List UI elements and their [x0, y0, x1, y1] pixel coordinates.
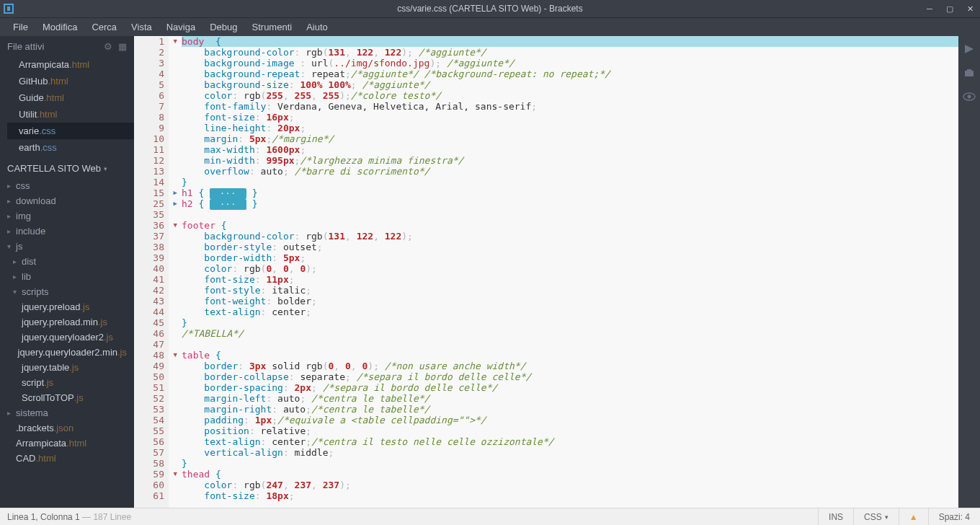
sidebar: File attivi ⚙ ▦ Arrampicata.htmlGitHub.h…: [0, 36, 134, 508]
menu-aiuto[interactable]: Aiuto: [299, 19, 335, 35]
working-file[interactable]: Arrampicata.html: [7, 56, 134, 73]
tree-folder[interactable]: ▾js: [0, 239, 134, 254]
app-icon: [0, 0, 17, 17]
tree-folder[interactable]: ▸css: [0, 178, 134, 193]
tree-folder[interactable]: ▸sistema: [0, 405, 134, 420]
cursor-position[interactable]: Linea 1, Colonna 1: [7, 512, 80, 522]
project-header[interactable]: CARTELLA SITO Web ▾: [0, 156, 134, 178]
window-title: css/varie.css (CARTELLA SITO Web) - Brac…: [397, 4, 582, 14]
working-file[interactable]: Utilit.html: [7, 106, 134, 123]
menu-naviga[interactable]: Naviga: [159, 19, 202, 35]
tree-file[interactable]: jquery.table.js: [0, 360, 134, 375]
statusbar: Linea 1, Colonna 1 — 187 Linee INS CSS ▾…: [0, 508, 980, 525]
tree-file[interactable]: Arrampicata.html: [0, 436, 134, 451]
working-files-list: Arrampicata.htmlGitHub.htmlGuide.htmlUti…: [0, 56, 134, 156]
tree-file[interactable]: .brackets.json: [0, 420, 134, 436]
insert-mode[interactable]: INS: [818, 508, 853, 526]
line-count: — 187 Linee: [82, 512, 131, 522]
tree-file[interactable]: CAD.html: [0, 451, 134, 466]
chevron-down-icon: ▾: [104, 165, 107, 172]
editor[interactable]: 1▼23456789101112131415▶25▶3536▼373839404…: [134, 36, 958, 508]
titlebar: css/varie.css (CARTELLA SITO Web) - Brac…: [0, 0, 980, 17]
tree-folder[interactable]: ▸include: [0, 224, 134, 239]
tree-file[interactable]: jquery.queryloader2.min.js: [0, 345, 134, 360]
gutter: 1▼23456789101112131415▶25▶3536▼373839404…: [134, 36, 169, 508]
menu-strumenti[interactable]: Strumenti: [245, 19, 300, 35]
code-area[interactable]: body { background-color: rgb(131, 122, 1…: [169, 36, 958, 508]
tree-folder[interactable]: ▸dist: [0, 254, 134, 269]
right-rail: [958, 36, 980, 508]
gear-icon[interactable]: ⚙: [104, 41, 112, 52]
tree-folder[interactable]: ▸lib: [0, 269, 134, 284]
menubar: FileModificaCercaVistaNavigaDebugStrumen…: [0, 17, 980, 36]
maximize-button[interactable]: ▢: [940, 0, 960, 17]
working-files-label: File attivi: [7, 41, 44, 52]
file-tree: ▸css▸download▸img▸include▾js▸dist▸lib▾sc…: [0, 178, 134, 466]
working-file[interactable]: earth.css: [7, 139, 134, 156]
indent-mode[interactable]: Spazi: 4: [928, 508, 980, 526]
tree-folder[interactable]: ▾scripts: [0, 284, 134, 299]
close-button[interactable]: ✕: [960, 0, 980, 17]
working-files-header: File attivi ⚙ ▦: [0, 36, 134, 56]
menu-vista[interactable]: Vista: [124, 19, 159, 35]
working-file[interactable]: GitHub.html: [7, 73, 134, 89]
eye-icon[interactable]: [963, 92, 976, 101]
tree-folder[interactable]: ▸download: [0, 193, 134, 208]
split-icon[interactable]: ▦: [118, 41, 127, 52]
menu-cerca[interactable]: Cerca: [84, 19, 124, 35]
live-preview-icon[interactable]: [963, 43, 975, 55]
svg-rect-2: [965, 71, 974, 76]
working-file[interactable]: Guide.html: [7, 89, 134, 106]
tree-file[interactable]: script.js: [0, 375, 134, 390]
svg-rect-1: [7, 6, 10, 11]
svg-point-5: [968, 95, 971, 99]
tree-file[interactable]: jquery.preload.js: [0, 299, 134, 314]
tree-file[interactable]: ScrollToTOP.js: [0, 390, 134, 405]
menu-file[interactable]: File: [6, 19, 35, 35]
menu-debug[interactable]: Debug: [202, 19, 244, 35]
lint-status[interactable]: ▲: [899, 508, 928, 526]
menu-modifica[interactable]: Modifica: [35, 19, 84, 35]
tree-folder[interactable]: ▸img: [0, 208, 134, 224]
working-file[interactable]: varie.css: [7, 123, 134, 139]
minimize-button[interactable]: ─: [919, 0, 940, 17]
language-mode[interactable]: CSS ▾: [853, 508, 899, 526]
extensions-icon[interactable]: [963, 68, 975, 79]
project-name: CARTELLA SITO Web: [7, 163, 101, 174]
tree-file[interactable]: jquery.queryloader2.js: [0, 330, 134, 345]
tree-file[interactable]: jquery.preload.min.js: [0, 314, 134, 330]
svg-rect-3: [967, 69, 971, 71]
